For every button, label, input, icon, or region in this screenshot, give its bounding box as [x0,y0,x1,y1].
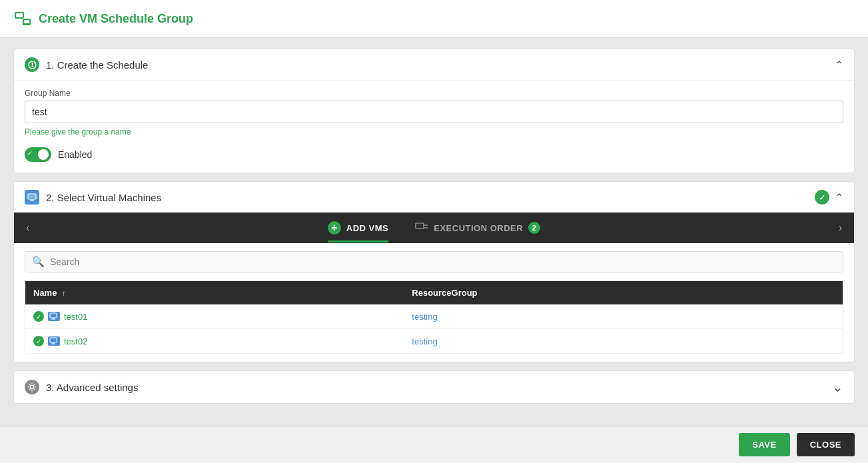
vm-search-input[interactable] [50,256,836,267]
vm-search-box: 🔍 [25,251,843,272]
section-vms-header[interactable]: 2. Select Virtual Machines ✓ [14,182,854,213]
section-schedule-header[interactable]: 1. Create the Schedule [14,49,854,80]
page-title: Create VM Schedule Group [39,12,193,26]
collapse-vms-icon[interactable] [835,191,843,204]
tab-left-arrow[interactable]: ‹ [21,222,35,234]
expand-advanced-icon[interactable] [832,379,843,395]
svg-rect-1 [16,13,23,17]
vm2-name-cell: ✓ test02 [25,329,404,354]
section-select-vms: 2. Select Virtual Machines ✓ ‹ + ADD VMS [13,181,855,362]
svg-rect-8 [29,195,35,198]
group-name-input[interactable] [25,101,843,123]
close-button[interactable]: CLOSE [797,433,855,456]
tab-execution-order[interactable]: EXECUTION ORDER 2 [415,213,540,242]
section-advanced-title-row: 3. Advanced settings [25,380,138,394]
enabled-toggle-row: ✓ Enabled [25,147,843,162]
collapse-schedule-icon[interactable] [835,59,843,71]
tab-execution-order-label: EXECUTION ORDER [434,223,523,233]
vm2-resource-group-cell: testing [404,329,843,354]
svg-rect-11 [416,223,424,229]
vm2-type-icon [48,336,60,346]
page-footer: SAVE CLOSE [0,426,868,463]
section-advanced-settings: 3. Advanced settings [13,370,855,404]
svg-point-6 [31,66,33,67]
execution-order-badge: 2 [528,222,540,234]
vm1-resource-group-link[interactable]: testing [412,312,437,322]
tab-add-vms[interactable]: + ADD VMS [328,213,388,242]
section-create-schedule: 1. Create the Schedule Group Name Please… [13,49,855,173]
vm-name-row: ✓ test01 [33,311,396,322]
section-schedule-title: 1. Create the Schedule [46,59,148,71]
vm2-name-link[interactable]: test02 [64,336,87,346]
svg-rect-3 [24,20,29,23]
group-name-label: Group Name [25,89,843,98]
group-name-hint: Please give the group a name [25,127,843,137]
svg-point-20 [31,386,34,389]
table-row: ✓ test01 [25,304,843,329]
tab-items: + ADD VMS EXECUTION ORDER 2 [35,213,833,242]
enabled-label: Enabled [58,149,92,160]
section-vms-title: 2. Select Virtual Machines [46,192,161,203]
section-advanced-controls [832,379,843,395]
svg-rect-17 [50,338,57,342]
vm2-resource-group-link[interactable]: testing [412,336,437,346]
vm1-check-icon: ✓ [33,311,44,322]
section-advanced-header[interactable]: 3. Advanced settings [14,371,854,403]
search-icon: 🔍 [32,256,45,268]
vm1-resource-group-cell: testing [404,304,843,329]
save-button[interactable]: SAVE [739,433,789,456]
execution-order-icon [415,223,428,233]
vm-table: Name ↑ ResourceGroup ✓ [25,280,843,354]
enabled-toggle[interactable]: ✓ [25,147,51,162]
section-vms-controls: ✓ [815,190,843,205]
vm-schedule-icon [13,9,32,28]
vm-tab-bar: ‹ + ADD VMS EXECUTION ORDER 2 [14,213,854,243]
tab-add-vms-label: ADD VMS [346,223,388,233]
vms-complete-check: ✓ [815,190,829,205]
section-schedule-controls [835,59,843,71]
vm-step-icon [25,190,39,205]
vm2-name-row: ✓ test02 [33,336,396,346]
settings-step-icon [25,380,39,394]
schedule-step-icon [25,57,39,72]
section-schedule-body: Group Name Please give the group a name … [14,80,854,173]
page-header: Create VM Schedule Group [0,0,868,38]
main-content: 1. Create the Schedule Group Name Please… [0,38,868,426]
section-vms-title-row: 2. Select Virtual Machines [25,190,161,205]
vm1-name-link[interactable]: test01 [64,312,87,322]
vm2-check-icon: ✓ [33,336,44,346]
vm-name-cell: ✓ test01 [25,304,404,329]
vm1-type-icon [48,312,60,321]
section-schedule-title-row: 1. Create the Schedule [25,57,148,72]
svg-rect-14 [50,313,57,318]
add-vms-icon: + [328,221,341,234]
col-name-header[interactable]: Name ↑ [25,281,404,305]
vm-section-body: 🔍 Name ↑ ResourceGroup [14,243,854,362]
table-row: ✓ test02 [25,329,843,354]
tab-right-arrow[interactable]: › [833,222,847,234]
section-advanced-title: 3. Advanced settings [46,382,138,393]
col-resource-group-header: ResourceGroup [404,281,843,305]
name-sort-arrow: ↑ [62,289,66,297]
